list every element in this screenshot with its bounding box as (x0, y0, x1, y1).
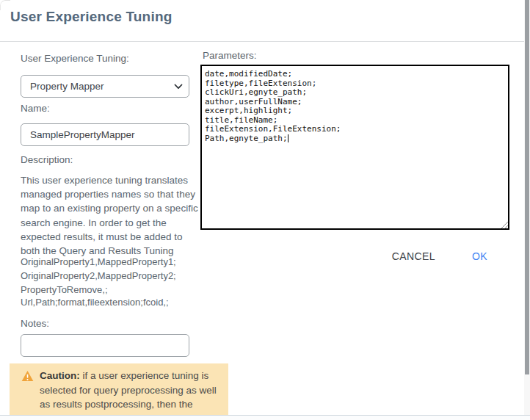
tuning-select-wrap: Property Mapper (21, 75, 189, 98)
scrollbar[interactable] (524, 0, 530, 420)
notes-label: Notes: (21, 318, 49, 329)
header-divider (0, 41, 524, 42)
tuning-select-label: User Experience Tuning: (21, 53, 129, 64)
dialog-corner (0, 0, 10, 10)
name-label: Name: (21, 103, 50, 114)
syntax-example-block: OriginalProperty1,MappedProperty1; Origi… (21, 255, 176, 297)
syntax-example-line: Url,Path;format,fileextension;fcoid,; (21, 297, 169, 308)
text-caret (288, 134, 288, 142)
user-experience-tuning-dialog: User Experience Tuning User Experience T… (0, 0, 530, 420)
syntax-example-line: PropertyToRemove,; (21, 283, 176, 297)
description-label: Description: (21, 154, 73, 165)
syntax-example-line: OriginalProperty1,MappedProperty1; (21, 255, 176, 269)
name-input[interactable] (21, 123, 189, 146)
description-text: This user experience tuning translates m… (21, 173, 199, 258)
parameters-label: Parameters: (203, 50, 257, 61)
warning-triangle-icon (21, 370, 34, 382)
syntax-example-line: OriginalProperty2,MappedProperty2; (21, 269, 176, 283)
caution-text: Caution: if a user experience tuning is … (40, 369, 219, 420)
dialog-title: User Experience Tuning (10, 9, 173, 25)
scrollbar-thumb[interactable] (525, 0, 529, 374)
footer-divider (0, 415, 530, 420)
parameters-textarea[interactable]: date,modifiedDate; filetype,fileExtensio… (200, 65, 509, 230)
tuning-select[interactable]: Property Mapper (21, 75, 189, 98)
ok-button[interactable]: OK (472, 250, 487, 262)
dialog-actions: CANCEL OK (200, 248, 509, 264)
notes-input[interactable] (21, 334, 189, 357)
caution-label: Caution: (40, 370, 80, 381)
caution-banner: Caution: if a user experience tuning is … (10, 363, 228, 420)
cancel-button[interactable]: CANCEL (392, 250, 435, 262)
